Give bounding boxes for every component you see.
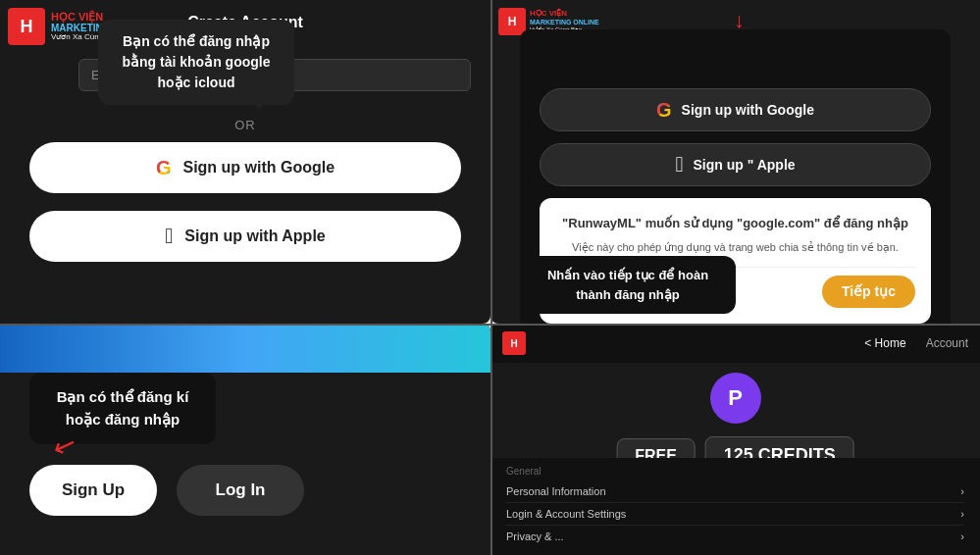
signup-apple-label: Sign up with Apple [184, 227, 325, 245]
tr-signup-apple-label: Sign up " Apple [693, 157, 795, 173]
or-divider: OR [234, 118, 256, 132]
br-logo-wrap: H [502, 331, 526, 355]
signup-apple-button[interactable]:  Sign up with Apple [29, 211, 461, 262]
blue-gradient-bar [0, 324, 490, 373]
tooltip-google-icloud: Bạn có thể đăng nhập bằng tài khoản goog… [98, 20, 294, 105]
tr-signup-apple-button[interactable]:  Sign up " Apple [540, 143, 931, 186]
tr-google-icon: G [656, 99, 672, 122]
tr-signup-google-label: Sign up with Google [682, 102, 814, 118]
menu-item-login-settings[interactable]: Login & Account Settings › [506, 503, 964, 526]
panel-bot-right: H < Home Account P FREE 125 CREDITS Gene… [490, 324, 980, 555]
tr-apple-icon:  [675, 152, 683, 177]
br-top-bar: H < Home Account [490, 324, 980, 363]
tooltip-tiep-tuc: Nhấn vào tiếp tục để hoàn thành đăng nhậ… [520, 256, 736, 314]
tr-signup-google-button[interactable]: G Sign up with Google [540, 88, 931, 131]
user-avatar: P [710, 373, 761, 424]
google-icon: G [156, 157, 172, 179]
panel-top-right: H HỌC VIỆN MARKETING ONLINE Vươn Xa Cùng… [490, 0, 980, 324]
br-nav: < Home Account [864, 336, 968, 350]
br-logo-icon: H [502, 331, 526, 355]
dialog-subtitle: Việc này cho phép ứng dụng và trang web … [555, 239, 915, 256]
login-button[interactable]: Log In [177, 465, 304, 516]
signup-google-button[interactable]: G Sign up with Google [29, 142, 461, 193]
apple-icon:  [165, 224, 173, 249]
account-menu: General Personal Information › Login & A… [490, 458, 980, 555]
vertical-divider [490, 0, 492, 555]
menu-item-privacy[interactable]: Privacy & ... › [506, 526, 964, 547]
panel-create-account: H HỌC VIỆN MARKETING ONLINE Vươn Xa Cùng… [0, 0, 490, 324]
signup-button[interactable]: Sign Up [29, 465, 157, 516]
tr-logo-icon: H [498, 8, 526, 35]
menu-section-general: General [506, 466, 964, 477]
dialog-title: "RunwayML" muốn sử dụng "google.com" để … [555, 214, 915, 233]
logo-icon: H [8, 8, 45, 45]
nav-account[interactable]: Account [926, 336, 968, 350]
horizontal-divider [0, 324, 980, 326]
signup-google-label: Sign up with Google [182, 159, 335, 177]
nav-home[interactable]: < Home [864, 336, 905, 350]
dialog-continue-button[interactable]: Tiếp tục [822, 276, 915, 308]
menu-item-personal[interactable]: Personal Information › [506, 480, 964, 503]
panel-bot-left: Bạn có thể đăng kí hoặc đăng nhập ↙ Sign… [0, 324, 490, 555]
